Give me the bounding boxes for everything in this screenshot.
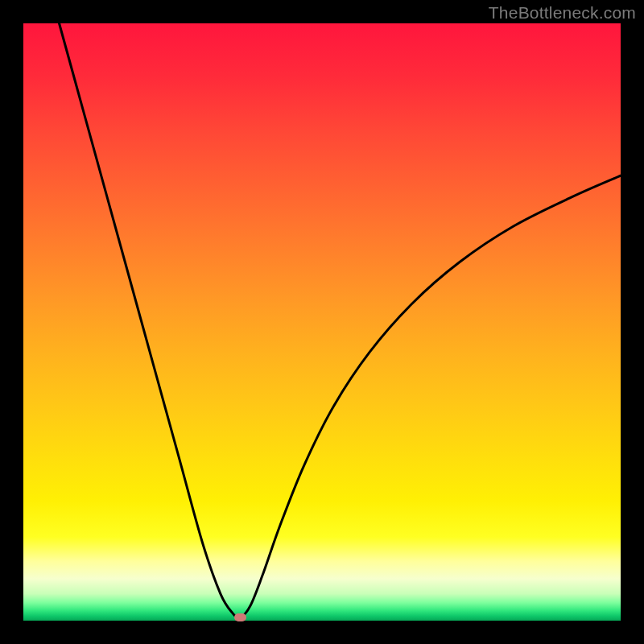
watermark: TheBottleneck.com [489, 3, 636, 23]
bottleneck-curve [23, 23, 621, 621]
min-marker [234, 613, 246, 621]
plot-area [23, 23, 621, 621]
